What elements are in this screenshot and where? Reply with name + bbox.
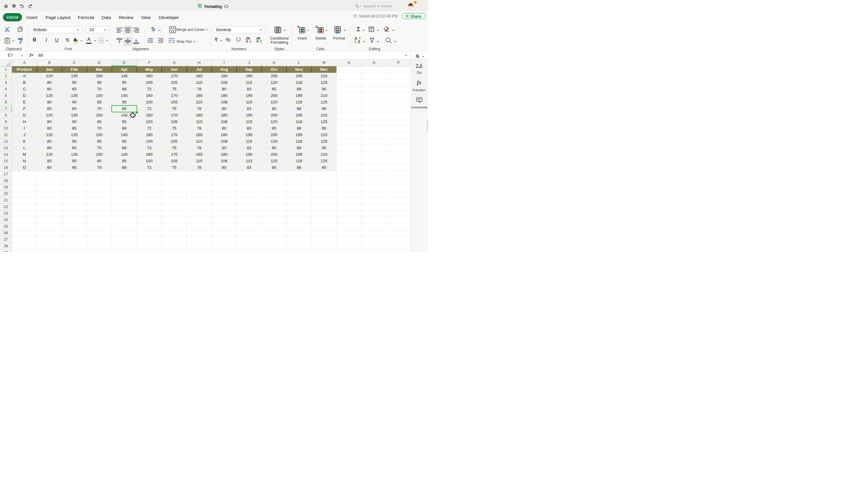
svg-text:a: a — [172, 28, 173, 31]
